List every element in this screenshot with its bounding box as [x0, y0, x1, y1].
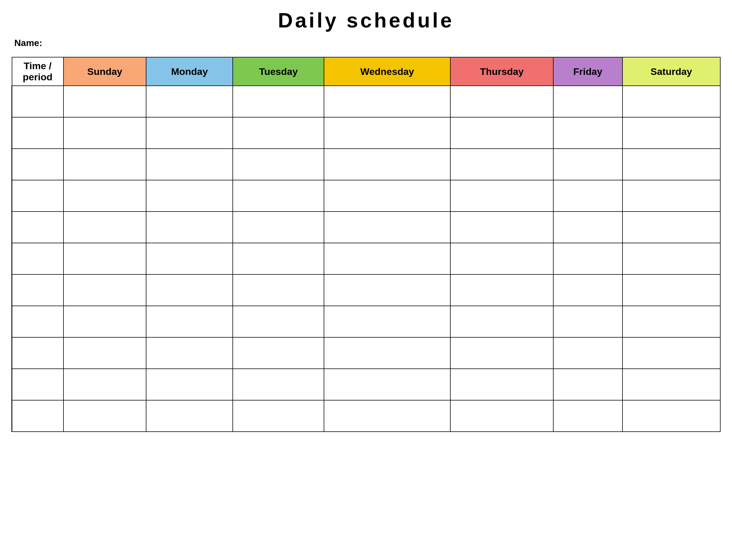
- schedule-cell[interactable]: [324, 212, 450, 243]
- schedule-cell[interactable]: [63, 274, 146, 306]
- schedule-cell[interactable]: [450, 306, 553, 337]
- schedule-cell[interactable]: [553, 117, 622, 149]
- time-cell[interactable]: [12, 86, 63, 117]
- time-cell[interactable]: [12, 274, 63, 306]
- schedule-cell[interactable]: [622, 149, 720, 180]
- schedule-cell[interactable]: [553, 149, 622, 180]
- time-cell[interactable]: [12, 117, 63, 149]
- schedule-cell[interactable]: [233, 243, 324, 274]
- schedule-cell[interactable]: [63, 337, 146, 369]
- schedule-cell[interactable]: [553, 306, 622, 337]
- schedule-cell[interactable]: [622, 337, 720, 369]
- schedule-cell[interactable]: [63, 400, 146, 432]
- schedule-cell[interactable]: [622, 274, 720, 306]
- schedule-cell[interactable]: [324, 86, 450, 117]
- schedule-cell[interactable]: [233, 180, 324, 212]
- schedule-cell[interactable]: [450, 117, 553, 149]
- schedule-cell[interactable]: [450, 86, 553, 117]
- schedule-cell[interactable]: [146, 337, 233, 369]
- schedule-cell[interactable]: [146, 369, 233, 400]
- schedule-cell[interactable]: [553, 212, 622, 243]
- schedule-cell[interactable]: [553, 337, 622, 369]
- schedule-cell[interactable]: [622, 86, 720, 117]
- schedule-cell[interactable]: [63, 369, 146, 400]
- time-cell[interactable]: [12, 337, 63, 369]
- table-row: [12, 369, 721, 400]
- schedule-cell[interactable]: [553, 243, 622, 274]
- schedule-cell[interactable]: [233, 306, 324, 337]
- schedule-cell[interactable]: [622, 369, 720, 400]
- schedule-cell[interactable]: [324, 369, 450, 400]
- schedule-cell[interactable]: [63, 86, 146, 117]
- schedule-cell[interactable]: [450, 400, 553, 432]
- time-cell[interactable]: [12, 212, 63, 243]
- schedule-cell[interactable]: [324, 149, 450, 180]
- schedule-cell[interactable]: [622, 400, 720, 432]
- schedule-cell[interactable]: [233, 212, 324, 243]
- schedule-cell[interactable]: [324, 243, 450, 274]
- time-cell[interactable]: [12, 369, 63, 400]
- schedule-cell[interactable]: [553, 86, 622, 117]
- time-cell[interactable]: [12, 180, 63, 212]
- table-row: [12, 274, 721, 306]
- time-cell[interactable]: [12, 149, 63, 180]
- time-cell[interactable]: [12, 400, 63, 432]
- schedule-cell[interactable]: [146, 117, 233, 149]
- schedule-cell[interactable]: [324, 337, 450, 369]
- schedule-cell[interactable]: [63, 243, 146, 274]
- schedule-cell[interactable]: [622, 212, 720, 243]
- schedule-cell[interactable]: [63, 149, 146, 180]
- schedule-cell[interactable]: [622, 243, 720, 274]
- schedule-cell[interactable]: [450, 180, 553, 212]
- table-row: [12, 212, 721, 243]
- schedule-cell[interactable]: [324, 400, 450, 432]
- schedule-cell[interactable]: [450, 212, 553, 243]
- schedule-cell[interactable]: [622, 306, 720, 337]
- schedule-cell[interactable]: [622, 180, 720, 212]
- schedule-cell[interactable]: [146, 180, 233, 212]
- schedule-cell[interactable]: [146, 306, 233, 337]
- page-title: Daily schedule: [11, 9, 721, 32]
- schedule-cell[interactable]: [233, 337, 324, 369]
- schedule-cell[interactable]: [324, 180, 450, 212]
- schedule-cell[interactable]: [146, 86, 233, 117]
- schedule-cell[interactable]: [450, 337, 553, 369]
- schedule-cell[interactable]: [63, 306, 146, 337]
- table-row: [12, 337, 721, 369]
- schedule-cell[interactable]: [146, 212, 233, 243]
- schedule-cell[interactable]: [233, 400, 324, 432]
- time-cell[interactable]: [12, 243, 63, 274]
- header-monday: Monday: [146, 57, 233, 86]
- schedule-cell[interactable]: [553, 400, 622, 432]
- schedule-cell[interactable]: [233, 117, 324, 149]
- time-cell[interactable]: [12, 306, 63, 337]
- schedule-cell[interactable]: [324, 117, 450, 149]
- header-thursday: Thursday: [450, 57, 553, 86]
- schedule-cell[interactable]: [63, 117, 146, 149]
- schedule-cell[interactable]: [450, 369, 553, 400]
- schedule-cell[interactable]: [553, 274, 622, 306]
- schedule-cell[interactable]: [233, 274, 324, 306]
- schedule-cell[interactable]: [146, 149, 233, 180]
- header-tuesday: Tuesday: [233, 57, 324, 86]
- schedule-cell[interactable]: [324, 274, 450, 306]
- schedule-cell[interactable]: [146, 243, 233, 274]
- schedule-cell[interactable]: [450, 274, 553, 306]
- table-row: [12, 243, 721, 274]
- schedule-cell[interactable]: [146, 400, 233, 432]
- schedule-cell[interactable]: [146, 274, 233, 306]
- schedule-cell[interactable]: [450, 243, 553, 274]
- schedule-cell[interactable]: [233, 149, 324, 180]
- schedule-cell[interactable]: [63, 180, 146, 212]
- schedule-cell[interactable]: [63, 212, 146, 243]
- schedule-cell[interactable]: [233, 369, 324, 400]
- table-row: [12, 180, 721, 212]
- table-row: [12, 149, 721, 180]
- schedule-cell[interactable]: [450, 149, 553, 180]
- schedule-cell[interactable]: [553, 180, 622, 212]
- schedule-cell[interactable]: [622, 117, 720, 149]
- schedule-cell[interactable]: [324, 306, 450, 337]
- schedule-cell[interactable]: [233, 86, 324, 117]
- schedule-cell[interactable]: [553, 369, 622, 400]
- header-time-period: Time / period: [12, 57, 63, 86]
